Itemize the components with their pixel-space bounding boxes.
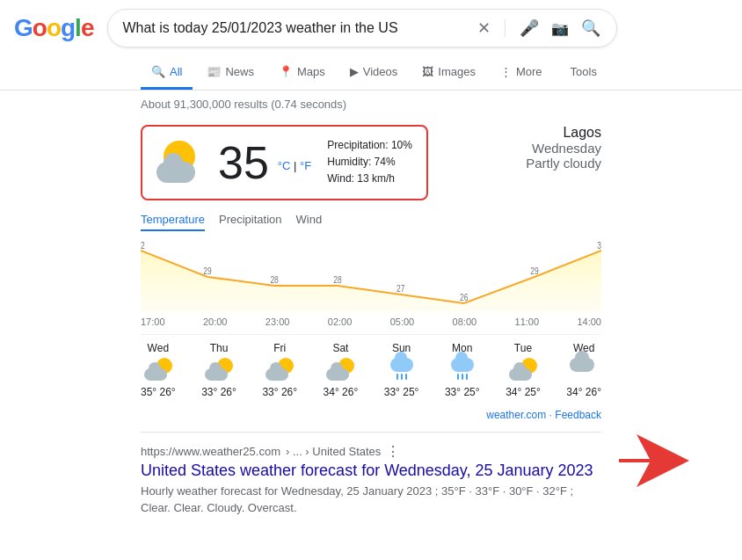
logo-l: l [75, 14, 81, 42]
google-logo: Google [14, 14, 93, 42]
clear-button[interactable]: ✕ [476, 17, 492, 40]
location-condition: Partly cloudy [526, 156, 601, 171]
weather-card: 35 °C | °F Precipitation: 10% Humidity: … [141, 125, 428, 200]
tab-images-label: Images [438, 65, 476, 78]
results-info: About 91,300,000 results (0.74 seconds) [0, 91, 742, 118]
result-title-link[interactable]: United States weather forecast for Wedne… [141, 462, 593, 479]
search-input[interactable] [122, 20, 476, 36]
tab-videos-label: Videos [363, 65, 398, 78]
day-label-fri: Fri [273, 342, 286, 354]
map-icon: 📍 [279, 65, 293, 78]
temperature-display: 35 [218, 140, 269, 185]
tab-news[interactable]: 📰 News [196, 56, 265, 90]
attribution-source-link[interactable]: weather.com [486, 409, 546, 421]
search-button[interactable]: 🔍 [579, 17, 602, 40]
unit-toggle: °C | °F [278, 159, 311, 172]
weather-tabs: Temperature Precipitation Wind [141, 202, 601, 235]
location-city: Lagos [526, 125, 601, 141]
unit-separator: | [294, 159, 296, 172]
day-temps-sat: 34° 26° [324, 386, 359, 398]
weather-tab-wind[interactable]: Wind [296, 209, 323, 231]
day-item-sat: Sat 34° 26° [324, 342, 359, 398]
chart-fill [141, 251, 601, 312]
video-icon: ▶ [350, 65, 359, 78]
wind-row: Wind: 13 km/h [327, 171, 412, 187]
time-5: 08:00 [453, 316, 477, 327]
logo-o2: o [47, 14, 61, 42]
day-icon-wed2 [570, 358, 598, 382]
chart-svg: 32 29 28 28 27 26 29 32 [141, 242, 601, 312]
weather-tab-temperature[interactable]: Temperature [141, 209, 205, 231]
day-label-wed1: Wed [148, 342, 169, 354]
search-results-section: https://www.weather25.com › ... › United… [0, 433, 742, 524]
day-label-thu: Thu [210, 342, 229, 354]
time-3: 02:00 [328, 316, 353, 327]
result-options-icon[interactable]: ⋮ [386, 443, 400, 460]
logo-g: G [14, 14, 33, 42]
image-icon: 🖼 [422, 65, 433, 78]
day-icon-fri [266, 358, 294, 382]
feedback-link[interactable]: Feedback [555, 409, 601, 421]
fahrenheit-button[interactable]: °F [300, 159, 311, 172]
day-item-tue: Tue 34° 25° [506, 342, 541, 398]
time-4: 05:00 [390, 316, 415, 327]
day-forecast: Wed 35° 26° Thu 33° 26° Fri 33° 26° [141, 334, 601, 405]
weather-header-row: 35 °C | °F Precipitation: 10% Humidity: … [141, 125, 601, 202]
cloud-icon [156, 162, 195, 183]
tab-images[interactable]: 🖼 Images [411, 56, 486, 90]
day-temps-thu: 33° 26° [201, 386, 236, 398]
lens-button[interactable]: 📷 [549, 18, 571, 39]
nav-tabs: 🔍 All 📰 News 📍 Maps ▶ Videos 🖼 Images ⋮ … [0, 56, 742, 91]
mini-cloud-icon [205, 368, 228, 381]
temperature-chart: 32 29 28 28 27 26 29 32 17:00 20:00 23:0… [141, 242, 601, 327]
day-temps-fri: 33° 26° [262, 386, 297, 398]
logo-e: e [81, 14, 94, 42]
day-temps-sun: 33° 25° [384, 386, 419, 398]
result-url: https://www.weather25.com › ... › United… [141, 443, 601, 460]
tab-videos[interactable]: ▶ Videos [339, 56, 409, 90]
tab-news-label: News [225, 65, 254, 78]
search-icon: 🔍 [581, 18, 600, 38]
chart-label-3: 28 [333, 275, 341, 285]
header: Google ✕ 🎤 📷 🔍 [0, 0, 742, 56]
celsius-button[interactable]: °C [278, 159, 291, 172]
mini-cloud-icon [326, 368, 349, 381]
tab-all[interactable]: 🔍 All [141, 56, 193, 90]
voice-search-button[interactable]: 🎤 [518, 17, 541, 40]
wind-label: Wind: [327, 172, 354, 185]
day-icon-sat [326, 358, 354, 382]
time-7: 14:00 [577, 316, 601, 327]
day-icon-sun [388, 358, 416, 382]
day-temps-mon: 33° 25° [445, 386, 480, 398]
day-item-fri: Fri 33° 26° [262, 342, 297, 398]
day-icon-tue [509, 358, 537, 382]
day-icon-thu [205, 358, 233, 382]
result-url-path: › ... › United States [286, 445, 381, 458]
result-description: Hourly weather forecast for Wednesday, 2… [141, 483, 601, 517]
weather-tab-precipitation[interactable]: Precipitation [219, 209, 282, 231]
weather-icon [156, 141, 209, 185]
time-2: 23:00 [266, 316, 290, 327]
tools-button[interactable]: Tools [560, 56, 607, 90]
weather-location: Lagos Wednesday Partly cloudy [526, 125, 601, 171]
temperature-value: 35 [218, 137, 269, 188]
tab-maps-label: Maps [297, 65, 325, 78]
day-item-mon: Mon 33° 25° [445, 342, 480, 398]
mic-icon: 🎤 [520, 18, 539, 38]
search-result-1: https://www.weather25.com › ... › United… [141, 443, 601, 517]
search-icon: 🔍 [151, 65, 165, 78]
tab-all-label: All [170, 65, 182, 78]
chart-label-1: 29 [203, 266, 211, 276]
day-item-sun: Sun 33° 25° [384, 342, 419, 398]
wind-value: 13 km/h [357, 172, 395, 185]
humidity-row: Humidity: 74% [327, 154, 412, 171]
time-labels: 17:00 20:00 23:00 02:00 05:00 08:00 11:0… [141, 316, 601, 327]
humidity-label: Humidity: [327, 156, 371, 168]
logo-o1: o [33, 14, 47, 42]
day-label-sat: Sat [332, 342, 348, 354]
chart-label-2: 28 [270, 275, 278, 285]
search-bar: ✕ 🎤 📷 🔍 [107, 9, 617, 47]
tab-more[interactable]: ⋮ More [490, 56, 553, 90]
tab-maps[interactable]: 📍 Maps [268, 56, 336, 90]
day-temps-wed1: 35° 26° [141, 386, 176, 398]
